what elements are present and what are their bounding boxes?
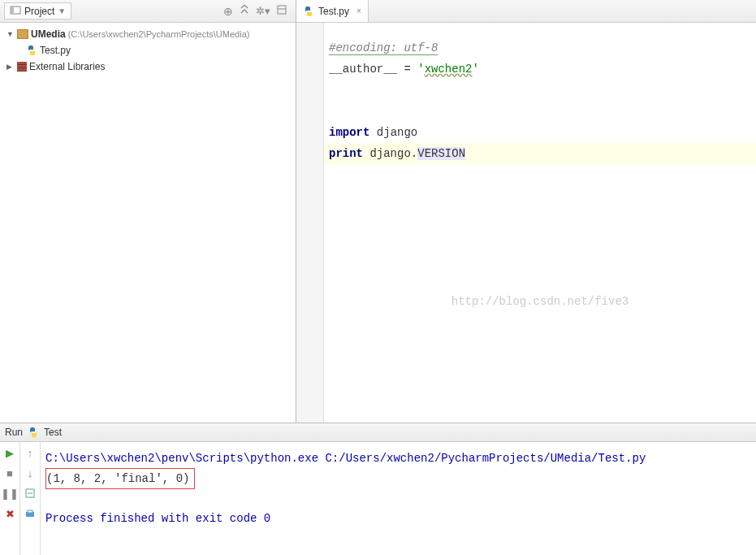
python-file-icon	[26, 45, 37, 56]
run-toolbar-primary: ▶ ■ ❚❚ ✖	[0, 442, 20, 555]
scroll-from-source-icon[interactable]: ⊕	[223, 5, 233, 18]
console-exit-line: Process finished with exit code 0	[45, 512, 270, 525]
project-tool-icon	[10, 5, 21, 17]
console-output[interactable]: C:\Users\xwchen2\penv\Scripts\python.exe…	[41, 442, 756, 555]
run-tool-header: Run Test	[0, 423, 756, 442]
external-libraries-node[interactable]: ▶ External Libraries	[0, 59, 296, 75]
expand-arrow-icon[interactable]: ▶	[6, 63, 15, 71]
project-view-label: Project	[24, 6, 54, 17]
project-panel: Project ▼ ⊕ ✲▾ ▼ UMedia (C:\Users\xw	[0, 0, 296, 423]
editor-gutter	[296, 23, 324, 423]
python-file-icon	[28, 427, 39, 438]
soft-wrap-icon[interactable]	[24, 488, 36, 501]
code-editor[interactable]: #encoding: utf-8 __author__ = 'xwchen2' …	[296, 23, 756, 423]
print-icon[interactable]	[24, 509, 36, 522]
run-panel: ▶ ■ ❚❚ ✖ ↑ ↓ C:\Users\xwchen2\penv\Scrip…	[0, 442, 756, 555]
project-path-label: (C:\Users\xwchen2\PycharmProjects\UMedia…	[68, 29, 250, 39]
scroll-up-icon[interactable]: ↑	[28, 447, 33, 459]
file-name-label: Test.py	[40, 45, 71, 56]
code-text: django	[369, 126, 417, 139]
file-node-test[interactable]: Test.py	[0, 42, 296, 59]
run-config-label: Test	[44, 427, 62, 438]
svg-rect-2	[278, 6, 286, 14]
stop-icon[interactable]: ■	[6, 467, 13, 479]
code-string-quote: '	[417, 63, 424, 76]
editor-tab-label: Test.py	[318, 6, 349, 17]
library-icon	[17, 62, 27, 72]
code-keyword: import	[329, 126, 369, 139]
code-text: django.	[363, 147, 417, 160]
project-tree[interactable]: ▼ UMedia (C:\Users\xwchen2\PycharmProjec…	[0, 23, 296, 423]
pause-icon[interactable]: ❚❚	[1, 488, 19, 500]
project-name-label: UMedia	[31, 28, 66, 40]
code-member: VERSION	[417, 147, 465, 160]
console-command-line: C:\Users\xwchen2\penv\Scripts\python.exe…	[45, 452, 646, 465]
run-toolbar-secondary: ↑ ↓	[20, 442, 41, 555]
rerun-icon[interactable]: ▶	[6, 447, 14, 459]
console-output-highlighted: (1, 8, 2, 'final', 0)	[45, 468, 195, 489]
editor-panel: Test.py × #encoding: utf-8 __author__ = …	[296, 0, 756, 423]
gear-icon[interactable]: ✲▾	[256, 5, 270, 18]
python-file-icon	[303, 6, 314, 17]
expand-arrow-icon[interactable]: ▼	[6, 30, 15, 38]
svg-rect-6	[28, 510, 32, 513]
editor-tab-test[interactable]: Test.py ×	[296, 0, 369, 22]
code-string: xwchen2	[425, 63, 473, 76]
svg-rect-1	[11, 7, 14, 14]
code-keyword: print	[329, 147, 363, 160]
folder-icon	[17, 29, 28, 39]
run-header-label: Run	[5, 427, 23, 438]
external-libraries-label: External Libraries	[29, 61, 105, 72]
watermark-text: http://blog.csdn.net/five3	[324, 291, 756, 312]
scroll-down-icon[interactable]: ↓	[28, 467, 33, 479]
project-view-dropdown[interactable]: Project ▼	[4, 2, 71, 20]
hide-panel-icon[interactable]	[277, 5, 287, 18]
project-root-node[interactable]: ▼ UMedia (C:\Users\xwchen2\PycharmProjec…	[0, 26, 296, 42]
project-panel-header: Project ▼ ⊕ ✲▾	[0, 0, 296, 23]
editor-tabs-bar: Test.py ×	[296, 0, 756, 23]
close-tab-icon[interactable]: ×	[356, 7, 361, 15]
code-comment: #encoding: utf-8	[329, 41, 438, 55]
code-text: __author__ =	[329, 63, 417, 76]
code-string-quote: '	[472, 63, 478, 76]
chevron-down-icon: ▼	[58, 7, 66, 15]
collapse-all-icon[interactable]	[240, 5, 249, 18]
code-area[interactable]: #encoding: utf-8 __author__ = 'xwchen2' …	[324, 23, 756, 423]
close-tool-icon[interactable]: ✖	[6, 508, 15, 520]
